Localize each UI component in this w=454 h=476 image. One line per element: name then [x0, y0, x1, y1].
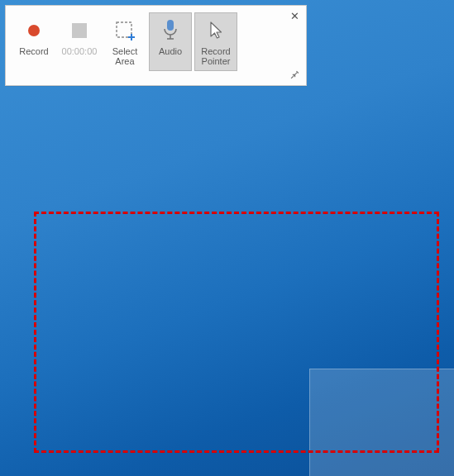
record-button[interactable]: Record — [12, 12, 55, 71]
audio-button[interactable]: Audio — [149, 12, 192, 71]
toolbar-button-group: Record 00:00:00 Select Area — [12, 12, 237, 71]
stop-button[interactable]: 00:00:00 — [58, 12, 101, 71]
pin-button[interactable] — [288, 69, 301, 82]
close-icon: ✕ — [290, 10, 299, 22]
select-area-button[interactable]: Select Area — [103, 12, 146, 71]
record-icon — [26, 22, 42, 39]
svg-point-0 — [28, 25, 40, 36]
record-label: Record — [19, 45, 48, 56]
pin-icon — [289, 69, 300, 81]
stop-icon — [70, 21, 88, 40]
record-pointer-button[interactable]: Record Pointer — [194, 12, 237, 71]
microphone-icon — [161, 19, 179, 42]
audio-label: Audio — [159, 45, 182, 56]
svg-rect-1 — [72, 23, 87, 38]
svg-rect-2 — [117, 22, 131, 37]
record-pointer-label: Record Pointer — [201, 45, 230, 66]
svg-rect-5 — [167, 20, 174, 31]
pointer-icon — [206, 20, 226, 41]
screen-recorder-toolbar: ✕ Record 00:00:00 — [5, 5, 307, 86]
recording-selection-area[interactable] — [34, 212, 439, 453]
timer-label: 00:00:00 — [62, 45, 98, 56]
select-area-icon — [114, 20, 136, 41]
close-button[interactable]: ✕ — [288, 9, 301, 22]
select-area-label: Select Area — [112, 45, 138, 66]
